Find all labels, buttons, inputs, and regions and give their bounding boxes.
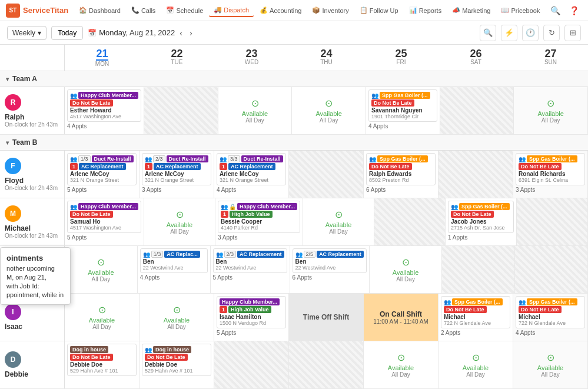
bell-icon[interactable]: 🔔 <box>584 2 588 19</box>
nav-followup[interactable]: 📋 Follow Up <box>355 4 403 16</box>
nav-accounting[interactable]: 💰 Accounting <box>255 4 306 16</box>
appt-name: Debbie Doe <box>145 361 208 368</box>
multi-tech-icon: 👥 <box>371 92 378 99</box>
ben-wed[interactable]: 👥 2/3 AC Replacement Ben 22 Westwind Ave… <box>211 246 290 293</box>
prev-week-button[interactable]: ‹ <box>177 27 185 39</box>
available-check-icon: ⊙ <box>547 352 554 363</box>
table-row: I Isaac ⊙ Available All Day ⊙ Av <box>0 294 588 341</box>
list-item[interactable]: 👥 Spp Gas Boiler (... Do Not Be Late Jac… <box>448 201 514 233</box>
day-number-6: 27 <box>513 48 588 59</box>
nav-reports[interactable]: 📊 Reports <box>404 4 447 16</box>
day-name-0: MON <box>65 61 139 67</box>
nav-pricebook[interactable]: 📖 Pricebook <box>496 4 544 16</box>
ben-tue[interactable]: 👥 1/3 AC Replac... Ben 22 Westwind Ave 4… <box>138 246 211 293</box>
list-item[interactable]: Happy Club Member... 1 High Job Value Is… <box>217 296 286 328</box>
appt-name: Arlene McCoy <box>145 171 208 177</box>
list-item[interactable]: 👥 Spp Gas Boiler (... Do Not Be Late Sav… <box>368 89 437 122</box>
avatar-ralph: R <box>5 94 21 111</box>
grid-settings-icon[interactable]: ⊞ <box>564 25 581 41</box>
ralph-mon[interactable]: 👥 Happy Club Member... Do Not Be Late Es… <box>65 87 144 134</box>
available-cell: ⊙ Available All Day <box>366 344 436 386</box>
appointment-popup[interactable]: ointments nother upcoming M, on Aug 21, … <box>0 247 71 305</box>
appt-count: 2 Appts <box>441 330 510 336</box>
appt-count: 4 Appts <box>516 330 585 336</box>
appt-count: 6 Appts <box>293 274 367 281</box>
available-check-icon: ⊙ <box>397 352 405 363</box>
floyd-wed[interactable]: 👥 3/3 Duct Re-Install 1 AC Replacement A… <box>214 151 289 198</box>
list-item[interactable]: 👥 2/3 AC Replacement Ben 22 Westwind Ave <box>213 248 287 273</box>
debbie-tue[interactable]: 👥 Dog in house Do Not Be Late Debbie Doe… <box>139 341 214 388</box>
michael-mon[interactable]: 👥 Happy Club Member... Do Not Be Late Sa… <box>65 198 144 245</box>
avatar-floyd: F <box>5 158 21 174</box>
list-item[interactable]: 👥 Spp Gas Boiler (... Do Not Be Late Mic… <box>441 296 510 328</box>
michael-sat[interactable]: 👥 Spp Gas Boiler (... Do Not Be Late Jac… <box>446 198 517 245</box>
list-item[interactable]: 👥 2/5 AC Replacement Ben 22 Westwind Ave <box>293 248 367 273</box>
next-week-button[interactable]: › <box>187 27 195 39</box>
filter-icon[interactable]: ⚡ <box>501 25 517 41</box>
appt-name: Ronald Richards <box>519 171 582 177</box>
day-headers: 21 MON 22 TUE 23 WED 24 THU 25 FRI 26 SA… <box>0 45 588 71</box>
available-cell: ⊙ Available All Day <box>516 89 585 132</box>
michael-wed[interactable]: 👥 🔒 Happy Club Member... 1 High Job Valu… <box>215 198 303 245</box>
available-sub: All Day <box>329 228 348 235</box>
list-item[interactable]: 👥 1/3 AC Replac... Ben 22 Westwind Ave <box>140 248 208 273</box>
list-item[interactable]: 👥 Happy Club Member... Do Not Be Late Sa… <box>67 201 141 233</box>
view-chevron-icon: ▾ <box>38 29 41 37</box>
team-b-header[interactable]: ▾ Team B <box>0 135 588 151</box>
floyd-fri[interactable]: 👥 Spp Gas Boiler (... Do Not Be Late Ral… <box>364 151 438 198</box>
today-button[interactable]: Today <box>51 26 83 40</box>
floyd-tue[interactable]: 👥 2/3 Duct Re-Install 1 AC Replacement A… <box>139 151 214 198</box>
badge-member: Happy Club Member... <box>220 298 280 305</box>
multi-icon: 👥 <box>216 251 223 258</box>
list-item[interactable]: 👥 3/3 Duct Re-Install 1 AC Replacement A… <box>217 153 286 185</box>
list-item[interactable]: 👥 Happy Club Member... Do Not Be Late Es… <box>67 89 141 122</box>
nav-dispatch[interactable]: 🚚 Dispatch <box>209 4 254 17</box>
floyd-sun[interactable]: 👥 Spp Gas Boiler (... Do Not Be Late Ron… <box>513 151 588 198</box>
list-item[interactable]: 👥 1/3 Duct Re-Install 1 AC Replacement A… <box>67 153 137 185</box>
ralph-fri[interactable]: 👥 Spp Gas Boiler (... Do Not Be Late Sav… <box>366 87 440 134</box>
day-number-2: 23 <box>214 48 289 59</box>
appt-addr: 529 Hahn Ave # 101 <box>145 368 208 374</box>
timeoff-content: Time Off Shift <box>303 313 349 321</box>
nav-calls[interactable]: 📞 Calls <box>127 4 160 16</box>
table-row: M Michael On-clock for 2h 43m 👥 Happy Cl… <box>0 198 588 246</box>
ben-thu[interactable]: 👥 2/5 AC Replacement Ben 22 Westwind Ave… <box>290 246 370 293</box>
nav-dashboard[interactable]: 🏠 Dashboard <box>74 4 125 16</box>
appt-addr: 22 Westwind Ave <box>143 265 205 271</box>
search-toolbar-icon[interactable]: 🔍 <box>480 25 496 41</box>
list-item[interactable]: Dog in house Do Not Be Late Debbie Doe 5… <box>67 344 137 376</box>
main-scroll-area[interactable]: ▾ Team A R Ralph On-clock for 2h 43m 👥 H… <box>0 71 588 389</box>
list-item[interactable]: 👥 🔒 Happy Club Member... 1 High Job Valu… <box>218 201 300 233</box>
debbie-mon[interactable]: Dog in house Do Not Be Late Debbie Doe 5… <box>65 341 139 388</box>
day-number-1: 22 <box>139 48 214 59</box>
nav-schedule[interactable]: 📅 Schedule <box>161 4 208 16</box>
list-item[interactable]: 👥 2/3 Duct Re-Install 1 AC Replacement A… <box>142 153 211 185</box>
help-icon[interactable]: ❓ <box>566 2 582 19</box>
available-sub: All Day <box>167 324 186 330</box>
team-a-header[interactable]: ▾ Team A <box>0 71 588 87</box>
ben-mon: ⊙ Available All Day <box>65 246 138 293</box>
clock-icon[interactable]: 🕐 <box>522 25 539 41</box>
nav-marketing[interactable]: 📣 Marketing <box>447 4 495 16</box>
search-icon[interactable]: 🔍 <box>547 2 563 19</box>
multi-icon: 👥 <box>519 299 526 305</box>
refresh-icon[interactable]: ↻ <box>543 25 560 41</box>
isaac-sat[interactable]: 👥 Spp Gas Boiler (... Do Not Be Late Mic… <box>438 294 513 341</box>
list-item[interactable]: 👥 Dog in house Do Not Be Late Debbie Doe… <box>142 344 211 376</box>
list-item[interactable]: 👥 Spp Gas Boiler (... Do Not Be Late Ral… <box>366 153 436 185</box>
badge-1: 1 <box>220 306 227 313</box>
isaac-mon: ⊙ Available All Day <box>65 294 139 341</box>
isaac-wed[interactable]: Happy Club Member... 1 High Job Value Is… <box>214 294 289 341</box>
available-sub: All Day <box>541 371 560 378</box>
appt-name: Ben <box>143 258 205 265</box>
tech-info-floyd: F Floyd On-clock for 2h 43m <box>0 151 65 198</box>
view-selector[interactable]: Weekly ▾ <box>7 26 46 40</box>
nav-inventory[interactable]: 📦 Inventory <box>307 4 353 16</box>
appt-addr: 22 Westwind Ave <box>295 265 364 271</box>
ben-fri: ⊙ Available All Day <box>370 246 443 293</box>
list-item[interactable]: 👥 Spp Gas Boiler (... Do Not Be Late Ron… <box>516 153 585 185</box>
isaac-sun[interactable]: 👥 Spp Gas Boiler (... Do Not Be Late Mic… <box>513 294 588 341</box>
list-item[interactable]: 👥 Spp Gas Boiler (... Do Not Be Late Mic… <box>516 296 585 328</box>
floyd-mon[interactable]: 👥 1/3 Duct Re-Install 1 AC Replacement A… <box>65 151 139 198</box>
logo[interactable]: ST ServiceTitan <box>6 4 68 18</box>
